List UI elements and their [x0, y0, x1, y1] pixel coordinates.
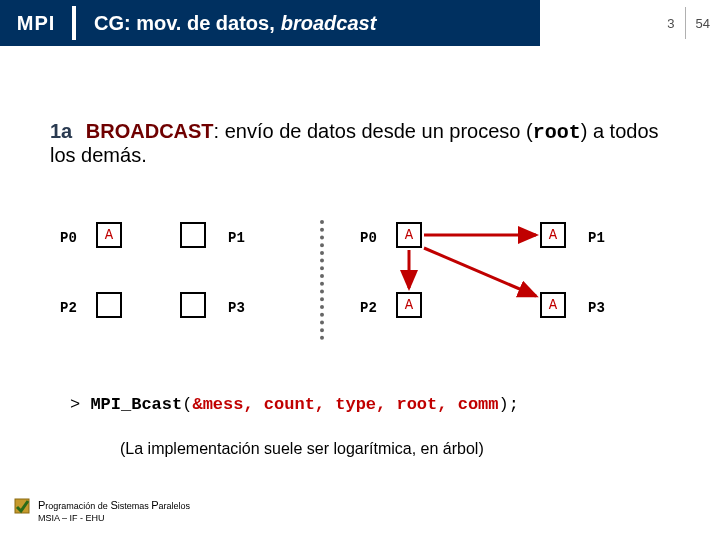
section-text-a: : envío de datos desde un proceso (	[214, 120, 533, 142]
footer-text: Programación de Sistemas Paralelos MSIA …	[38, 499, 190, 524]
code-close: );	[499, 395, 519, 414]
footer-line1: Programación de Sistemas Paralelos	[38, 499, 190, 513]
header-page-numbers: 3 54	[657, 0, 720, 46]
slide-header: MPI CG: mov. de datos, broadcast 3 54	[0, 0, 720, 46]
impl-note: (La implementación suele ser logarítmica…	[120, 440, 484, 458]
header-title-b: broadcast	[281, 12, 377, 35]
header-separator	[72, 6, 76, 40]
header-title-a: CG: mov. de datos,	[94, 12, 275, 35]
section-tag: 1a	[50, 120, 72, 142]
svg-line-2	[424, 248, 536, 296]
code-fn: MPI_Bcast	[90, 395, 182, 414]
code-args: &mess, count, type, root, comm	[192, 395, 498, 414]
footer-line2: MSIA – IF - EHU	[38, 513, 190, 524]
header-title: CG: mov. de datos, broadcast	[72, 0, 540, 46]
footer-cap-S: S	[110, 499, 117, 511]
footer-t1: rogramación de	[45, 501, 110, 511]
section-text: 1a BROADCAST: envío de datos desde un pr…	[50, 120, 680, 167]
code-prompt: >	[70, 395, 80, 414]
page-total: 54	[686, 16, 720, 31]
code-line: > MPI_Bcast(&mess, count, type, root, co…	[70, 395, 519, 414]
broadcast-arrows	[60, 220, 660, 370]
code-open: (	[182, 395, 192, 414]
broadcast-diagram: P0 A P1 P2 P3 P0 A A P1 P2 A A P3	[60, 220, 660, 370]
page-current: 3	[657, 16, 684, 31]
footer-icon	[14, 498, 30, 514]
footer-t3: aralelos	[159, 501, 191, 511]
section-keyword: BROADCAST	[86, 120, 214, 142]
header-badge: MPI	[0, 0, 72, 46]
section-root: root	[533, 121, 581, 144]
footer-t2: istemas	[118, 501, 152, 511]
footer-cap-P2: P	[151, 499, 158, 511]
